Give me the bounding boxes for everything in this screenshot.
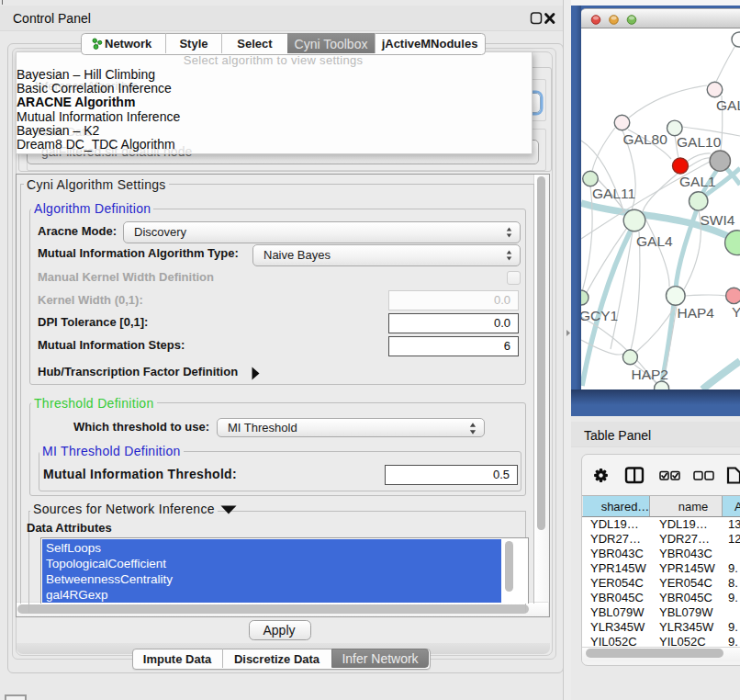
svg-text:HAP4: HAP4 bbox=[678, 305, 715, 321]
svg-text:SWI4: SWI4 bbox=[701, 212, 735, 228]
svg-text:HAP2: HAP2 bbox=[632, 367, 669, 382]
svg-text:GAL11: GAL11 bbox=[592, 186, 635, 201]
svg-text:GCY1: GCY1 bbox=[581, 308, 618, 323]
svg-text:GAL1: GAL1 bbox=[679, 174, 716, 189]
svg-text:GAL4: GAL4 bbox=[636, 233, 673, 249]
svg-text:GAL80: GAL80 bbox=[623, 131, 668, 147]
svg-text:GAL: GAL bbox=[716, 97, 740, 113]
svg-text:Y: Y bbox=[732, 304, 740, 320]
svg-text:GAL10: GAL10 bbox=[677, 134, 722, 150]
